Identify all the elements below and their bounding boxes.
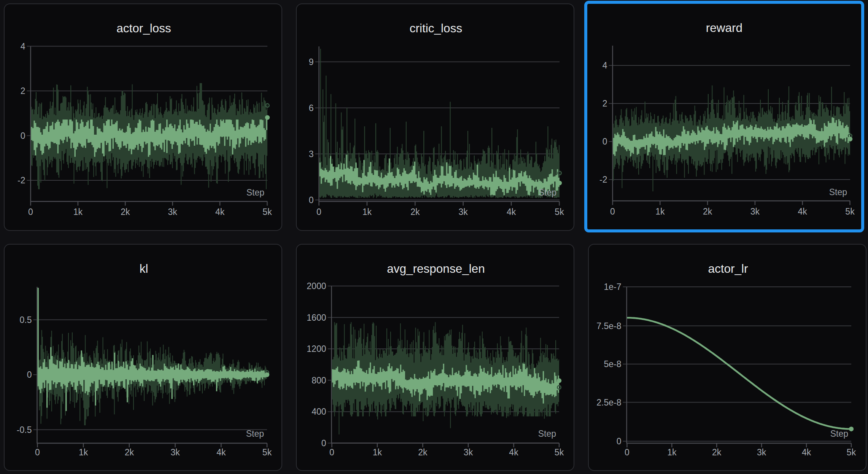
svg-text:2k: 2k bbox=[703, 207, 712, 216]
svg-text:Step: Step bbox=[538, 429, 556, 439]
svg-text:0: 0 bbox=[603, 137, 607, 146]
svg-text:3k: 3k bbox=[459, 207, 468, 217]
svg-text:4k: 4k bbox=[216, 447, 226, 457]
svg-text:4: 4 bbox=[21, 41, 25, 51]
svg-text:3k: 3k bbox=[750, 207, 760, 216]
svg-text:5k: 5k bbox=[262, 207, 272, 217]
svg-text:1k: 1k bbox=[79, 447, 88, 457]
svg-text:1200: 1200 bbox=[307, 344, 326, 354]
svg-text:-2: -2 bbox=[599, 175, 607, 185]
svg-text:0: 0 bbox=[329, 447, 334, 457]
svg-text:1600: 1600 bbox=[307, 313, 326, 323]
svg-text:7.5e-8: 7.5e-8 bbox=[596, 321, 621, 331]
svg-text:2k: 2k bbox=[418, 447, 428, 457]
svg-text:0: 0 bbox=[610, 207, 615, 216]
svg-text:1k: 1k bbox=[73, 207, 83, 217]
svg-text:1k: 1k bbox=[655, 207, 665, 216]
svg-text:reward: reward bbox=[706, 21, 742, 35]
svg-text:1k: 1k bbox=[667, 447, 677, 457]
svg-text:4k: 4k bbox=[798, 207, 808, 216]
svg-text:2: 2 bbox=[21, 86, 25, 96]
svg-text:Step: Step bbox=[246, 429, 264, 439]
svg-text:2.5e-8: 2.5e-8 bbox=[596, 398, 621, 407]
svg-text:3: 3 bbox=[309, 149, 314, 159]
svg-text:3k: 3k bbox=[464, 447, 473, 457]
svg-text:9: 9 bbox=[309, 57, 314, 67]
svg-text:critic_loss: critic_loss bbox=[410, 21, 462, 35]
svg-text:5k: 5k bbox=[262, 447, 272, 457]
svg-text:2k: 2k bbox=[410, 207, 420, 217]
svg-text:actor_loss: actor_loss bbox=[116, 21, 171, 35]
svg-text:3k: 3k bbox=[170, 447, 180, 457]
svg-text:1k: 1k bbox=[362, 207, 372, 217]
svg-text:6: 6 bbox=[309, 103, 314, 113]
svg-text:400: 400 bbox=[312, 407, 326, 417]
svg-text:Step: Step bbox=[830, 429, 848, 439]
svg-text:4k: 4k bbox=[802, 447, 811, 457]
svg-text:1k: 1k bbox=[373, 447, 382, 457]
svg-text:4k: 4k bbox=[507, 207, 516, 217]
svg-text:800: 800 bbox=[312, 375, 326, 385]
svg-text:5k: 5k bbox=[555, 207, 564, 217]
svg-text:0: 0 bbox=[617, 436, 622, 446]
svg-text:2k: 2k bbox=[125, 447, 134, 457]
svg-text:4k: 4k bbox=[509, 447, 518, 457]
svg-text:0: 0 bbox=[625, 447, 630, 457]
svg-text:Step: Step bbox=[246, 188, 264, 197]
svg-text:3k: 3k bbox=[168, 207, 178, 217]
svg-text:2k: 2k bbox=[712, 447, 722, 457]
svg-text:Step: Step bbox=[829, 187, 847, 197]
svg-text:2000: 2000 bbox=[307, 281, 326, 291]
svg-text:4k: 4k bbox=[215, 207, 225, 217]
svg-text:kl: kl bbox=[140, 262, 148, 275]
svg-text:5k: 5k bbox=[845, 207, 855, 216]
svg-text:5e-8: 5e-8 bbox=[604, 359, 621, 369]
svg-text:avg_response_len: avg_response_len bbox=[387, 262, 485, 275]
svg-text:0: 0 bbox=[27, 370, 32, 380]
svg-text:-2: -2 bbox=[17, 175, 25, 185]
svg-text:2: 2 bbox=[603, 99, 607, 108]
svg-text:1e-7: 1e-7 bbox=[604, 282, 621, 292]
svg-text:0: 0 bbox=[316, 207, 321, 217]
svg-text:4: 4 bbox=[603, 60, 607, 70]
svg-text:0: 0 bbox=[35, 447, 40, 457]
svg-text:Step: Step bbox=[539, 188, 556, 197]
svg-text:actor_lr: actor_lr bbox=[708, 262, 748, 275]
svg-text:0: 0 bbox=[309, 195, 314, 205]
svg-text:5k: 5k bbox=[847, 447, 856, 457]
svg-text:5k: 5k bbox=[555, 447, 564, 457]
svg-text:2k: 2k bbox=[121, 207, 130, 217]
svg-text:-0.5: -0.5 bbox=[17, 425, 32, 435]
svg-text:0.5: 0.5 bbox=[20, 315, 32, 325]
svg-text:0: 0 bbox=[21, 131, 25, 141]
svg-text:3k: 3k bbox=[757, 447, 766, 457]
svg-text:0: 0 bbox=[28, 207, 33, 217]
svg-text:0: 0 bbox=[321, 438, 326, 448]
